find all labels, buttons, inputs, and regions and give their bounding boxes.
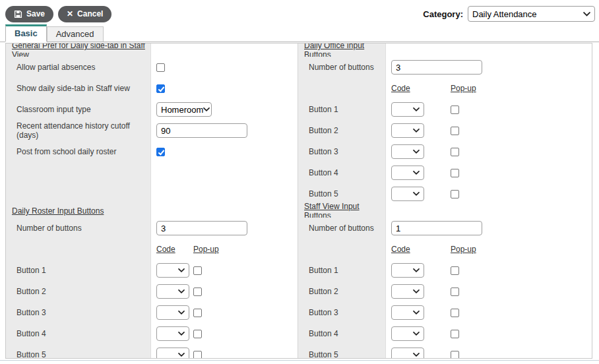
- staff-view-button4-popup-checkbox[interactable]: [451, 330, 459, 338]
- daily-office-button2-popup-checkbox[interactable]: [451, 127, 459, 135]
- classroom-input-type-select[interactable]: Homeroom: [156, 102, 212, 117]
- popup-column-header: Pop-up: [451, 245, 476, 254]
- staff-view-number-row: Number of buttons: [298, 218, 592, 239]
- staff-view-number-input[interactable]: [391, 221, 482, 235]
- chevron-down-icon: [413, 171, 420, 175]
- code-column-header: Code: [391, 245, 424, 254]
- staff-view-button-row: Button 5: [298, 344, 592, 359]
- chevron-down-icon: [413, 289, 420, 293]
- daily-roster-section-header: Daily Roster Input Buttons: [6, 204, 298, 218]
- daily-office-column-headers: Code Pop-up: [298, 78, 592, 99]
- daily-roster-button3-popup-checkbox[interactable]: [193, 309, 202, 317]
- category-select-value: Daily Attendance: [472, 9, 537, 19]
- daily-office-button4-code-select[interactable]: [391, 166, 424, 180]
- general-section-header: General Pref for Daily side-tab in Staff…: [6, 44, 298, 57]
- show-daily-side-tab-checkbox[interactable]: [156, 84, 165, 93]
- staff-view-button2-popup-checkbox[interactable]: [451, 288, 459, 296]
- daily-office-button5-code-select[interactable]: [391, 187, 424, 201]
- daily-office-button3-code-select[interactable]: [391, 144, 424, 159]
- chevron-down-icon: [413, 107, 420, 111]
- chevron-down-icon: [178, 311, 185, 315]
- staff-view-button5-popup-checkbox[interactable]: [451, 351, 459, 359]
- cancel-button-label: Cancel: [77, 9, 103, 18]
- daily-roster-button4-code-select[interactable]: [156, 326, 189, 341]
- tab-advanced[interactable]: Advanced: [47, 26, 104, 42]
- staff-view-button4-code-select[interactable]: [391, 326, 424, 341]
- chevron-down-icon: [413, 332, 420, 336]
- staff-view-section-header: Staff View Input Buttons: [298, 204, 592, 218]
- daily-office-section-header: Daily Office Input Buttons: [298, 44, 592, 57]
- daily-roster-button5-popup-checkbox[interactable]: [193, 351, 202, 359]
- toolbar: Save ✕ Cancel Category: Daily Attendance: [0, 0, 599, 28]
- daily-office-number-row: Number of buttons: [298, 57, 592, 78]
- history-cutoff-input[interactable]: [156, 123, 247, 138]
- code-column-header: Code: [391, 84, 424, 93]
- staff-view-button-row: Button 1: [298, 260, 592, 281]
- category-select[interactable]: Daily Attendance: [468, 6, 595, 22]
- right-column: Daily Office Input Buttons Number of but…: [298, 44, 592, 358]
- daily-roster-button2-code-select[interactable]: [156, 284, 189, 299]
- daily-roster-button1-popup-checkbox[interactable]: [193, 266, 202, 275]
- staff-view-button-row: Button 3: [298, 302, 592, 323]
- daily-roster-button5-code-select[interactable]: [156, 348, 189, 359]
- daily-roster-column-headers: Code Pop-up: [6, 239, 298, 260]
- daily-roster-number-row: Number of buttons: [6, 218, 298, 239]
- daily-office-button1-popup-checkbox[interactable]: [451, 106, 459, 114]
- staff-view-button-row: Button 2: [298, 281, 592, 302]
- chevron-down-icon: [413, 268, 420, 272]
- save-floppy-icon: [14, 10, 22, 18]
- save-button-label: Save: [26, 9, 45, 18]
- chevron-down-icon: [413, 311, 420, 315]
- staff-view-button3-code-select[interactable]: [391, 305, 424, 320]
- daily-roster-button-row: Button 5: [6, 344, 298, 359]
- post-from-roster-checkbox[interactable]: [156, 148, 165, 156]
- chevron-down-icon: [413, 192, 420, 196]
- preferences-panel: General Pref for Daily side-tab in Staff…: [5, 43, 592, 359]
- daily-roster-button-row: Button 2: [6, 281, 298, 302]
- staff-view-button1-code-select[interactable]: [391, 263, 424, 278]
- staff-view-button2-code-select[interactable]: [391, 284, 424, 299]
- staff-view-button3-popup-checkbox[interactable]: [451, 309, 459, 317]
- tab-basic[interactable]: Basic: [5, 24, 47, 42]
- daily-office-button1-code-select[interactable]: [391, 102, 424, 117]
- staff-view-column-headers: Code Pop-up: [298, 239, 592, 260]
- chevron-down-icon: [178, 289, 185, 293]
- staff-view-button5-code-select[interactable]: [391, 348, 424, 359]
- chevron-down-icon: [583, 12, 590, 16]
- cancel-button[interactable]: ✕ Cancel: [58, 6, 111, 22]
- daily-office-number-input[interactable]: [391, 60, 482, 75]
- daily-office-button5-popup-checkbox[interactable]: [451, 190, 459, 198]
- daily-roster-button4-popup-checkbox[interactable]: [193, 330, 202, 338]
- chevron-down-icon: [178, 268, 185, 272]
- daily-roster-button-row: Button 3: [6, 302, 298, 323]
- daily-roster-button1-code-select[interactable]: [156, 263, 189, 278]
- chevron-down-icon: [178, 353, 185, 357]
- code-column-header: Code: [156, 245, 189, 254]
- daily-office-button3-popup-checkbox[interactable]: [451, 148, 459, 156]
- bottom-divider: [0, 360, 599, 361]
- popup-column-header: Pop-up: [193, 245, 219, 254]
- daily-roster-button3-code-select[interactable]: [156, 305, 189, 320]
- tab-bar: Basic Advanced: [0, 28, 599, 42]
- chevron-down-icon: [413, 150, 420, 154]
- daily-roster-button-row: Button 4: [6, 323, 298, 344]
- daily-office-button2-code-select[interactable]: [391, 123, 424, 138]
- left-column: General Pref for Daily side-tab in Staff…: [6, 44, 298, 358]
- daily-office-button-row: Button 2: [298, 120, 592, 141]
- spacer-row: [6, 162, 298, 204]
- chevron-down-icon: [203, 107, 210, 111]
- allow-partial-absences-checkbox[interactable]: [156, 63, 165, 72]
- category-label: Category:: [423, 9, 463, 19]
- daily-office-button-row: Button 4: [298, 162, 592, 183]
- chevron-down-icon: [178, 332, 185, 336]
- save-button[interactable]: Save: [5, 6, 53, 22]
- popup-column-header: Pop-up: [451, 84, 476, 93]
- daily-office-button4-popup-checkbox[interactable]: [451, 169, 459, 177]
- staff-view-button1-popup-checkbox[interactable]: [451, 266, 459, 275]
- field-row-post-from-roster: Post from school daily roster: [6, 141, 298, 162]
- daily-roster-number-input[interactable]: [156, 221, 247, 235]
- field-row-show-daily-side-tab: Show daily side-tab in Staff view: [6, 78, 298, 99]
- chevron-down-icon: [413, 129, 420, 133]
- daily-roster-button2-popup-checkbox[interactable]: [193, 288, 202, 296]
- field-row-history-cutoff: Recent attendance history cutoff (days): [6, 120, 298, 141]
